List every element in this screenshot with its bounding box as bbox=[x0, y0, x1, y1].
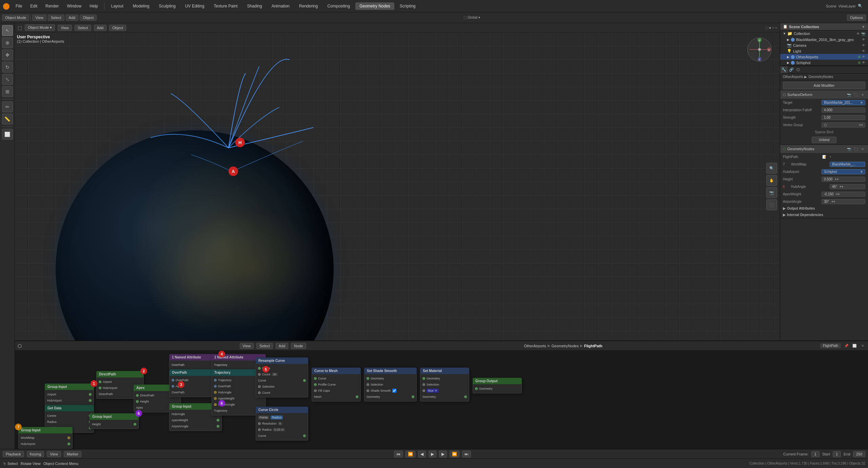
overpath-apex-in-socket[interactable] bbox=[172, 385, 174, 388]
transform-tool[interactable]: ⊞ bbox=[2, 86, 13, 97]
airport-socket[interactable] bbox=[89, 393, 92, 396]
menu-help[interactable]: Help bbox=[86, 2, 101, 10]
internal-dependencies-section[interactable]: ▶ Internal Dependencies bbox=[780, 212, 868, 218]
cc-radius-btn[interactable]: Radius bbox=[271, 415, 283, 420]
set-material-node[interactable]: Set Material Geometry Selection bbox=[420, 368, 469, 402]
rc-curve-out-socket[interactable] bbox=[303, 379, 306, 382]
viewport-object[interactable]: Object bbox=[109, 25, 126, 31]
active-modifier-tab[interactable]: 🔧 bbox=[780, 66, 788, 73]
object-menu[interactable]: Object bbox=[80, 15, 97, 21]
apex-dp-socket[interactable] bbox=[136, 394, 139, 397]
shade-smooth-checkbox[interactable] bbox=[392, 389, 396, 393]
sm-geo-in-socket[interactable] bbox=[422, 377, 425, 380]
tab-uv-editing[interactable]: UV Editing bbox=[181, 2, 209, 10]
target-clear[interactable]: ✕ bbox=[860, 101, 863, 104]
blackmarble-eye[interactable]: 👁 bbox=[862, 38, 865, 41]
hub-angle-value[interactable]: 45° ++ bbox=[830, 184, 865, 189]
rotate-tool[interactable]: ↻ bbox=[2, 62, 13, 73]
apex-weight-add[interactable]: ++ bbox=[836, 192, 840, 196]
measure-tool[interactable]: 📏 bbox=[2, 114, 13, 124]
3d-viewport[interactable]: ⬚ Object Mode ▾ View Select Add Object ⬚… bbox=[15, 23, 780, 340]
keying-mode[interactable]: Keying bbox=[27, 451, 44, 457]
zoom-icon[interactable]: 🔍 bbox=[766, 163, 777, 174]
sm-material-socket[interactable] bbox=[422, 389, 425, 392]
outliner-schiphol[interactable]: ▶ ⬤ Schiphol ⊞ 👁 bbox=[780, 60, 868, 65]
direct-path-header[interactable]: DirectPath bbox=[96, 371, 144, 377]
ctm-fillcaps-socket[interactable] bbox=[314, 389, 317, 392]
height-out-socket[interactable] bbox=[134, 423, 136, 426]
data-tab[interactable]: ⬡ bbox=[795, 66, 801, 73]
cursor-tool[interactable]: ⊕ bbox=[2, 37, 13, 48]
rc-curve-in-socket[interactable] bbox=[258, 367, 261, 370]
overpath-in-socket[interactable] bbox=[172, 379, 174, 382]
interpolation-value[interactable]: 4.000 bbox=[822, 108, 865, 113]
hub-angle-add[interactable]: ++ bbox=[840, 185, 844, 189]
prev-frame-btn[interactable]: ⏪ bbox=[406, 451, 415, 457]
cc-points-btn[interactable]: Points bbox=[258, 415, 269, 420]
visibility-camera[interactable]: 📷 bbox=[861, 32, 865, 36]
vertex-group-value[interactable]: ⬡ ++ bbox=[822, 122, 865, 128]
sss-selection-socket[interactable] bbox=[367, 383, 369, 386]
gi7-hubairport-socket[interactable] bbox=[67, 443, 70, 445]
view-menu[interactable]: View bbox=[32, 15, 46, 21]
light-eye[interactable]: 👁 bbox=[862, 49, 865, 53]
hub-airport-socket[interactable] bbox=[89, 399, 92, 402]
tab-animation[interactable]: Animation bbox=[268, 2, 294, 10]
hub-airport-value[interactable]: Schiphol ✕ bbox=[822, 169, 865, 174]
select-tool[interactable]: ↖ bbox=[2, 25, 13, 36]
viewport-view[interactable]: View bbox=[58, 25, 72, 31]
transform-global[interactable]: ⬚ Global ▾ bbox=[463, 16, 480, 19]
node-node[interactable]: Node bbox=[291, 343, 306, 349]
resample-curve-header[interactable]: Resample Curve bbox=[256, 357, 308, 364]
annotate-tool[interactable]: ✏ bbox=[2, 101, 13, 112]
cc-resolution-socket[interactable] bbox=[258, 422, 261, 425]
target-value[interactable]: BlackMarble_201... ✕ bbox=[822, 100, 865, 105]
set-material-header[interactable]: Set Material bbox=[420, 368, 469, 374]
curve-to-mesh-node[interactable]: Curve to Mesh Curve Profile Curve bbox=[312, 368, 361, 402]
ctm-mesh-out-socket[interactable] bbox=[356, 395, 358, 398]
schiphol-eye[interactable]: 👁 bbox=[862, 61, 865, 64]
world-map-value[interactable]: BlackMarble_... bbox=[830, 162, 865, 167]
jump-start-btn[interactable]: ⏮ bbox=[394, 451, 403, 457]
vertex-group-add[interactable]: ++ bbox=[859, 123, 863, 127]
viewport-add[interactable]: Add bbox=[94, 25, 107, 31]
move-tool[interactable]: ✥ bbox=[2, 50, 13, 60]
outliner-collection[interactable]: ▼ 📁 Collection 👁 📷 bbox=[780, 31, 868, 37]
group-output-header[interactable]: Group Output bbox=[473, 378, 522, 384]
traj-hubangle-socket[interactable] bbox=[214, 391, 217, 394]
traj-apexweight-socket[interactable] bbox=[214, 397, 217, 400]
add-modifier-button[interactable]: Add Modifier bbox=[783, 82, 865, 89]
options-btn[interactable]: Options bbox=[847, 15, 866, 21]
geonodes-close-icon[interactable]: ✕ bbox=[860, 146, 865, 152]
output-attributes-section[interactable]: ▶ Output Attributes bbox=[780, 205, 868, 212]
pin-icon[interactable]: 📌 bbox=[844, 343, 849, 349]
traj-overpath-socket[interactable] bbox=[214, 385, 217, 388]
constraint-tab[interactable]: 🔗 bbox=[788, 66, 795, 73]
curve-to-mesh-header[interactable]: Curve to Mesh bbox=[312, 368, 361, 374]
group-input-height-node[interactable]: 6 Group Input Height bbox=[90, 413, 139, 429]
group-output-node[interactable]: Group Output Geometry bbox=[473, 378, 522, 393]
dp-hub-in-socket[interactable] bbox=[99, 387, 101, 389]
menu-render[interactable]: Render bbox=[42, 2, 62, 10]
geonodes-camera-icon[interactable]: 📷 bbox=[846, 146, 852, 152]
fullscreen-icon[interactable]: ⬜ bbox=[852, 343, 857, 349]
view-mode[interactable]: View bbox=[47, 451, 61, 457]
scale-tool[interactable]: ⤡ bbox=[2, 74, 13, 85]
airports-eye[interactable]: 👁 bbox=[862, 55, 865, 59]
traj-in-socket[interactable] bbox=[214, 379, 217, 382]
tab-compositing[interactable]: Compositing bbox=[323, 2, 354, 10]
playback-mode[interactable]: Playback bbox=[3, 451, 24, 457]
set-shade-smooth-node[interactable]: Set Shade Smooth Geometry Selection bbox=[364, 368, 417, 402]
tab-layout[interactable]: Layout bbox=[107, 2, 127, 10]
height-add[interactable]: ++ bbox=[835, 177, 839, 181]
modifier-camera-icon[interactable]: 📷 bbox=[846, 92, 852, 97]
sss-geo-out-socket[interactable] bbox=[412, 395, 414, 398]
rc-selection-socket[interactable] bbox=[258, 385, 261, 388]
navigation-gizmo[interactable]: Y X Z bbox=[746, 36, 773, 63]
strength-value[interactable]: 1.00 bbox=[822, 115, 865, 120]
node-editor[interactable]: ⬡ View Select Add Node OtherAirports ▶ G… bbox=[15, 340, 868, 449]
add-cube-tool[interactable]: ⬜ bbox=[2, 129, 13, 140]
close-node-icon[interactable]: ✕ bbox=[860, 343, 865, 349]
node-mode-dropdown[interactable]: FlightPath bbox=[820, 343, 841, 348]
cc-curve-out-socket[interactable] bbox=[303, 434, 306, 437]
